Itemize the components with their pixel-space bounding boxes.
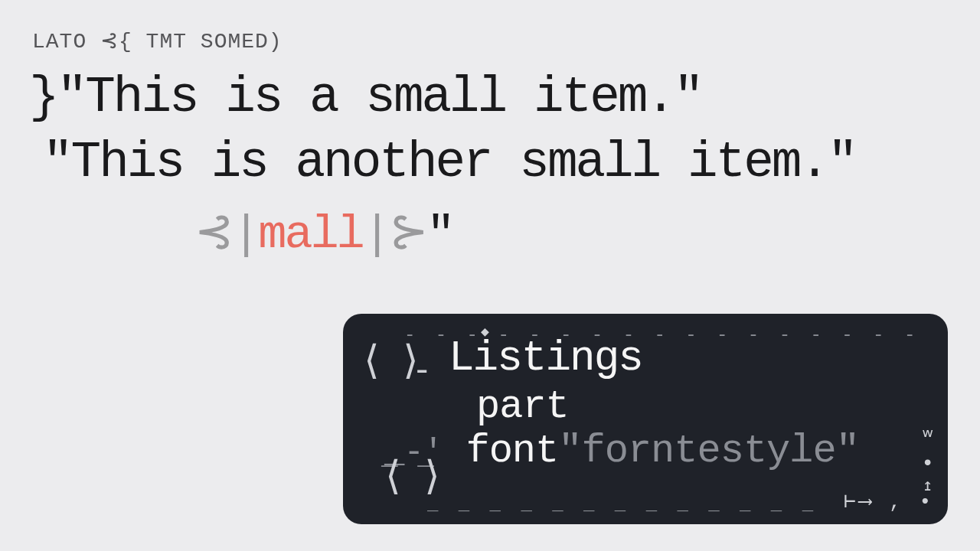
- dash-glyph: -: [412, 352, 432, 390]
- code-font-row: _-' font"forntestyle": [384, 429, 859, 474]
- code-panel: - - - - - - - - - - - - - - - - - - - - …: [343, 314, 948, 524]
- sample-line-3: ⊰|mall|⊱": [194, 203, 452, 262]
- header-label: LATO ⊰{ TMT SOMED): [32, 28, 283, 54]
- trailing-quote: ": [426, 207, 452, 262]
- sample-line-1: }"This is a small item.": [29, 69, 702, 126]
- code-title: Listings: [449, 334, 642, 383]
- sample-line-2: "This is another small item.": [43, 134, 856, 191]
- bottom-ornament-icon: ⊢⟶ , •: [844, 489, 934, 514]
- highlight-word: mall: [258, 207, 363, 262]
- angle-brackets-icon: ⟨ ⟩: [360, 337, 418, 386]
- font-key: font: [466, 429, 558, 474]
- font-value: "forntestyle": [558, 429, 859, 474]
- side-ornament-icon: ʷ • ↥: [921, 427, 934, 497]
- dashed-border-bottom: _ _ _ _ _ _ _ _ _ _ _ _ _ _ _ _ _ _ _ _ …: [427, 494, 833, 515]
- open-brace: ⊰|: [194, 207, 258, 262]
- close-brace: |⊱: [363, 207, 426, 262]
- code-subtitle: part: [476, 384, 569, 429]
